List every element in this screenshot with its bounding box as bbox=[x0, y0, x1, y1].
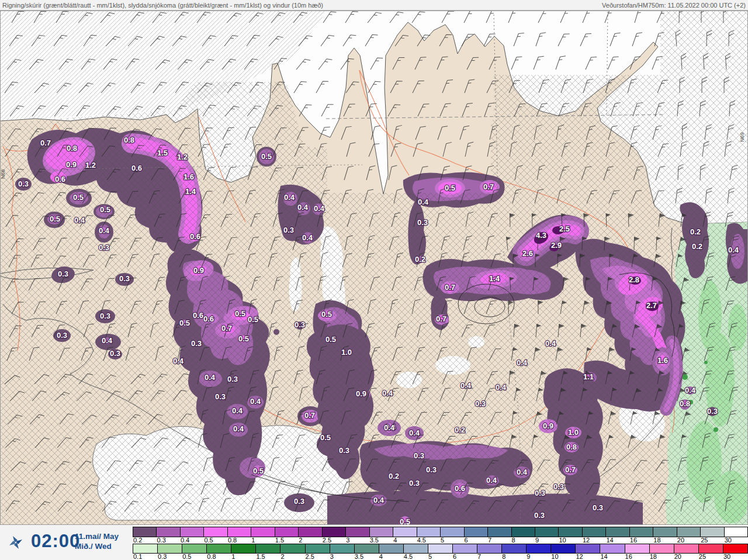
precip-value-label: 2.6 bbox=[522, 249, 533, 258]
legend-cell-label: 7 bbox=[477, 554, 502, 560]
precip-value-label: 1.4 bbox=[489, 274, 500, 283]
legend-cell bbox=[428, 544, 453, 554]
precip-value-label: 0.9 bbox=[193, 266, 204, 275]
legend-cell bbox=[698, 544, 723, 554]
precip-value-label: 0.4 bbox=[232, 406, 243, 415]
legend-cell bbox=[403, 544, 428, 554]
precip-value-label: 0.3 bbox=[100, 312, 110, 320]
precip-value-label: 4.3 bbox=[536, 231, 546, 240]
legend-top-scale-labels: 0.20.30.40.50.811.522.533.544.5567891012… bbox=[133, 537, 748, 544]
legend-cell bbox=[298, 527, 322, 537]
legend-cell bbox=[180, 527, 204, 537]
legend-cell-label: 18 bbox=[650, 554, 674, 560]
precip-value-label: 0.7 bbox=[483, 182, 494, 191]
legend-cell-label: 0.4 bbox=[181, 537, 204, 544]
legend-cell-label: 4 bbox=[393, 537, 417, 544]
legend-cell-label: 12 bbox=[576, 554, 600, 560]
precip-value-label: 0.4 bbox=[250, 397, 261, 406]
legend-cell-label: 0.8 bbox=[228, 537, 251, 544]
precip-value-label: 0.4 bbox=[496, 383, 507, 392]
legend-cell-label: 2 bbox=[280, 554, 305, 560]
precip-value-label: 0.4 bbox=[517, 468, 528, 476]
precip-value-label: 0.3 bbox=[110, 349, 120, 358]
legend-cell bbox=[369, 527, 393, 537]
legend-cell bbox=[275, 527, 299, 537]
graticule-label: N69 bbox=[739, 132, 745, 142]
precip-value-label: 0.4 bbox=[545, 339, 556, 348]
legend-cell bbox=[182, 544, 207, 554]
legend-cell bbox=[354, 544, 379, 554]
precip-value-label: 0.5 bbox=[73, 193, 84, 202]
precip-value-label: 1.0 bbox=[568, 428, 579, 437]
precip-value-label: 0.2 bbox=[389, 472, 399, 481]
precip-value-label: 1.4 bbox=[185, 187, 196, 196]
weather-map: N66N69 0.70.80.80.91.21.51.20.60.60.31.6… bbox=[0, 11, 748, 525]
legend-bottom-scale-labels: 0.10.30.50.811.522.533.544.5567891012141… bbox=[133, 554, 748, 560]
precip-value-label: 0.3 bbox=[553, 482, 564, 491]
legend-cell bbox=[417, 527, 441, 537]
legend-cell bbox=[625, 544, 650, 554]
precip-value-label: 0.3 bbox=[707, 407, 718, 416]
precip-value-label: 0.4 bbox=[284, 193, 295, 202]
legend-cell bbox=[535, 527, 559, 537]
graticule-label: N66 bbox=[0, 169, 6, 179]
precip-value-label: 0.3 bbox=[534, 511, 545, 520]
legend-cell bbox=[255, 544, 280, 554]
legend-cell bbox=[330, 544, 355, 554]
bottom-bar: 02:00 11.maí/ May Mið./ Wed 0.20.30.40.5… bbox=[0, 525, 748, 560]
legend-cell-label: 18 bbox=[653, 537, 677, 544]
legend-cell-label: 7 bbox=[488, 537, 511, 544]
precip-value-label: 0.4 bbox=[314, 204, 325, 213]
precip-value-label: 0.2 bbox=[690, 227, 701, 236]
vedurstofan-logo-icon bbox=[7, 534, 25, 551]
legend-cell-label: 25 bbox=[701, 537, 724, 544]
precip-value-label: 2.5 bbox=[559, 224, 570, 233]
forecast-date-line2: Mið./ Wed bbox=[75, 541, 119, 551]
precip-value-label: 0.9 bbox=[543, 421, 553, 430]
precip-value-label: 0.3 bbox=[535, 489, 545, 497]
legend-cell bbox=[477, 544, 502, 554]
legend-cell bbox=[393, 527, 417, 537]
legend-cell-label: 12 bbox=[583, 537, 606, 544]
legend-cell-label: 2 bbox=[299, 537, 322, 544]
precip-value-label: 0.3 bbox=[295, 320, 305, 329]
legend-cell bbox=[305, 544, 330, 554]
precip-value-label: 0.5 bbox=[238, 334, 249, 343]
legend-cell-label: 3 bbox=[346, 537, 369, 544]
precip-value-label: 0.8 bbox=[67, 144, 77, 153]
legend-cell-label: 25 bbox=[699, 554, 723, 560]
precip-value-label: 0.3 bbox=[475, 399, 486, 408]
legend-cell-label: 9 bbox=[535, 537, 559, 544]
forecast-time: 02:00 bbox=[31, 531, 80, 552]
legend-cell bbox=[322, 527, 346, 537]
precip-value-label: 0.5 bbox=[253, 466, 264, 475]
precip-value-label: 1.0 bbox=[341, 348, 352, 357]
precip-value-label: 0.3 bbox=[227, 375, 238, 383]
legend-cell bbox=[723, 544, 748, 554]
precip-value-label: 0.4 bbox=[728, 246, 739, 254]
precip-value-label: 0.4 bbox=[685, 386, 696, 395]
precip-value-label: 0.3 bbox=[58, 269, 68, 278]
legend-cell bbox=[677, 527, 701, 537]
precip-value-label: 0.4 bbox=[384, 423, 395, 432]
precip-value-label: 0.6 bbox=[190, 232, 200, 241]
legend-cell bbox=[674, 544, 699, 554]
legend-cell-label: 3 bbox=[330, 554, 355, 560]
legend-cell bbox=[653, 527, 677, 537]
forecast-date: 11.maí/ May Mið./ Wed bbox=[75, 531, 119, 551]
precip-value-label: 0.3 bbox=[409, 479, 420, 488]
precip-value-label: 0.9 bbox=[66, 160, 77, 169]
precip-value-label: 0.3 bbox=[215, 392, 226, 401]
legend-cell-label: 0.3 bbox=[157, 537, 180, 544]
precip-value-label: 0.3 bbox=[18, 179, 29, 188]
precip-value-label: 0.6 bbox=[455, 484, 465, 493]
title-bar: Rigning/skúrir (grænt/blátt/rautt - mm/1… bbox=[0, 0, 748, 11]
precip-value-label: 0.3 bbox=[426, 465, 437, 474]
legend-cell-label: 6 bbox=[465, 537, 488, 544]
precip-value-label: 0.5 bbox=[100, 205, 110, 214]
precip-value-label: 0.3 bbox=[417, 218, 428, 227]
precip-value-label: 0.6 bbox=[55, 175, 65, 184]
precip-value-label: 1.2 bbox=[177, 153, 188, 161]
legend-cell bbox=[227, 527, 251, 537]
legend-cell bbox=[203, 527, 227, 537]
